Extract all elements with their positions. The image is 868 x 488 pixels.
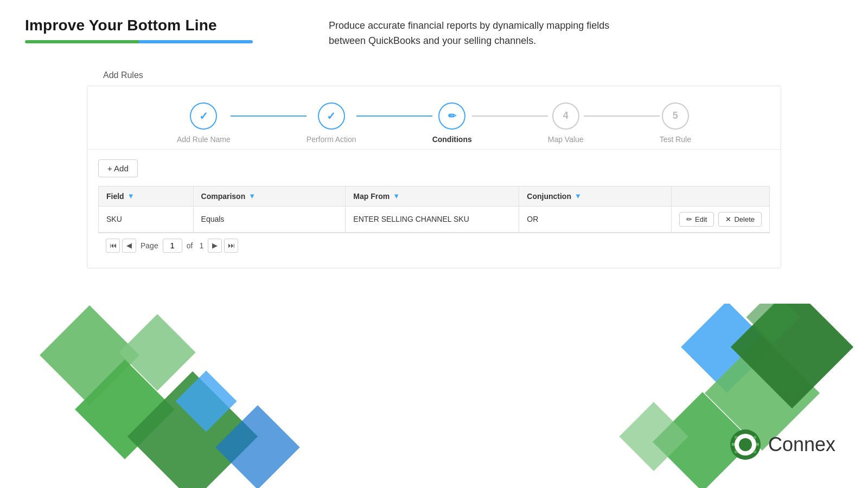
step-5-label: Test Rule bbox=[660, 135, 691, 144]
comparison-col-label: Comparison bbox=[201, 192, 246, 201]
wizard-steps: ✓ Add Rule Name ✓ Perform Action bbox=[109, 102, 759, 144]
header: Improve Your Bottom Line Produce accurat… bbox=[0, 0, 868, 60]
svg-rect-5 bbox=[735, 451, 737, 453]
total-pages: 1 bbox=[199, 241, 203, 250]
edit-button[interactable]: ✏ Edit bbox=[679, 212, 714, 227]
of-label: of bbox=[187, 241, 193, 250]
col-field: Field ▼ bbox=[99, 186, 194, 206]
diamond-1 bbox=[40, 305, 139, 405]
diamond-6 bbox=[215, 405, 300, 488]
svg-rect-3 bbox=[735, 436, 737, 439]
diamond-3 bbox=[119, 314, 195, 390]
svg-rect-4 bbox=[754, 436, 756, 439]
diamond-7 bbox=[681, 304, 773, 393]
first-page-button[interactable]: ⏮ bbox=[106, 239, 120, 253]
col-map-from: Map From ▼ bbox=[346, 186, 519, 206]
step-1-circle: ✓ bbox=[190, 102, 217, 130]
table-area: + Add Field ▼ Comparison bbox=[87, 150, 781, 268]
step-2-circle: ✓ bbox=[318, 102, 345, 130]
step-3-pencil-icon: ✏ bbox=[448, 110, 456, 122]
connex-logo: Connex bbox=[729, 428, 835, 461]
connector-4-5 bbox=[584, 115, 660, 117]
step-4-label: Map Value bbox=[548, 135, 584, 144]
connector-1-2 bbox=[231, 115, 307, 117]
diamond-12 bbox=[746, 304, 800, 344]
table-row: SKU Equals ENTER SELLING CHANNEL SKU OR … bbox=[99, 206, 770, 232]
edit-pencil-icon: ✏ bbox=[686, 215, 692, 223]
svg-rect-6 bbox=[754, 451, 756, 453]
step-3[interactable]: ✏ Conditions bbox=[432, 102, 472, 144]
col-comparison: Comparison ▼ bbox=[193, 186, 346, 206]
step-2-label: Perform Action bbox=[307, 135, 356, 144]
step-5[interactable]: 5 Test Rule bbox=[660, 102, 691, 144]
step-4-number: 4 bbox=[563, 110, 569, 121]
conditions-table: Field ▼ Comparison ▼ Map bbox=[98, 186, 770, 233]
row-map-from: ENTER SELLING CHANNEL SKU bbox=[346, 206, 519, 232]
step-5-circle: 5 bbox=[662, 102, 689, 130]
header-description: Produce accurate financial reports by dy… bbox=[285, 16, 633, 49]
page-label: Page bbox=[141, 241, 158, 250]
row-actions: ✏ Edit ✕ Delete bbox=[672, 206, 770, 232]
edit-label: Edit bbox=[695, 215, 707, 223]
header-left: Improve Your Bottom Line bbox=[25, 16, 285, 43]
conjunction-filter-icon[interactable]: ▼ bbox=[575, 192, 582, 200]
comparison-filter-icon[interactable]: ▼ bbox=[248, 192, 256, 200]
row-field: SKU bbox=[99, 206, 194, 232]
map-from-col-label: Map From bbox=[353, 192, 390, 201]
step-1[interactable]: ✓ Add Rule Name bbox=[177, 102, 231, 144]
progress-bar-blue bbox=[139, 40, 253, 43]
progress-bar bbox=[25, 40, 253, 43]
step-3-label: Conditions bbox=[432, 135, 472, 144]
field-filter-icon[interactable]: ▼ bbox=[127, 192, 135, 200]
step-5-number: 5 bbox=[673, 110, 678, 121]
delete-button[interactable]: ✕ Delete bbox=[718, 212, 762, 227]
step-4[interactable]: 4 Map Value bbox=[548, 102, 584, 144]
step-1-check-icon: ✓ bbox=[199, 110, 208, 123]
diamond-2 bbox=[75, 359, 175, 459]
delete-x-icon: ✕ bbox=[725, 215, 731, 223]
connector-3-4 bbox=[472, 115, 548, 117]
next-page-button[interactable]: ▶ bbox=[208, 239, 222, 253]
connector-2-3 bbox=[356, 115, 432, 117]
add-button[interactable]: + Add bbox=[98, 159, 138, 177]
step-3-circle: ✏ bbox=[438, 102, 465, 130]
page-number-input[interactable] bbox=[163, 239, 182, 253]
diamond-4 bbox=[127, 371, 258, 488]
conjunction-col-label: Conjunction bbox=[527, 192, 571, 201]
delete-label: Delete bbox=[734, 215, 755, 223]
col-actions bbox=[672, 186, 770, 206]
step-4-circle: 4 bbox=[552, 102, 579, 130]
step-1-label: Add Rule Name bbox=[177, 135, 231, 144]
main-content: Add Rules ✓ Add Rule Name ✓ bbox=[0, 70, 868, 268]
svg-point-2 bbox=[739, 438, 752, 451]
wizard: ✓ Add Rule Name ✓ Perform Action bbox=[87, 86, 781, 150]
connex-icon bbox=[729, 428, 762, 461]
diamond-5 bbox=[175, 370, 237, 432]
field-col-label: Field bbox=[106, 192, 124, 201]
rules-panel: ✓ Add Rule Name ✓ Perform Action bbox=[87, 86, 781, 268]
prev-page-button[interactable]: ◀ bbox=[122, 239, 136, 253]
connex-name: Connex bbox=[768, 433, 835, 456]
svg-rect-7 bbox=[732, 443, 735, 446]
col-conjunction: Conjunction ▼ bbox=[519, 186, 672, 206]
step-2[interactable]: ✓ Perform Action bbox=[307, 102, 356, 144]
last-page-button[interactable]: ⏭ bbox=[224, 239, 238, 253]
pagination: ⏮ ◀ Page of 1 ▶ ⏭ bbox=[98, 233, 770, 258]
page-title: Improve Your Bottom Line bbox=[25, 16, 285, 35]
diamond-11 bbox=[619, 402, 688, 471]
row-conjunction: OR bbox=[519, 206, 672, 232]
diamond-10 bbox=[731, 304, 853, 408]
row-comparison: Equals bbox=[193, 206, 346, 232]
map-from-filter-icon[interactable]: ▼ bbox=[393, 192, 400, 200]
progress-bar-green bbox=[25, 40, 139, 43]
svg-rect-8 bbox=[756, 443, 759, 446]
step-2-check-icon: ✓ bbox=[327, 110, 336, 123]
add-rules-label: Add Rules bbox=[87, 70, 781, 80]
